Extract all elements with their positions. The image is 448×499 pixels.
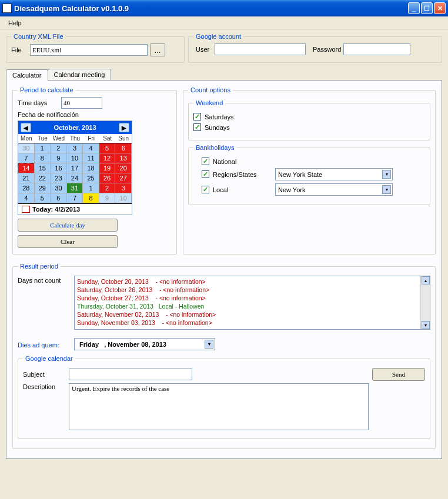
scrollbar[interactable]: ▴ ▾ (420, 276, 430, 329)
cal-day[interactable]: 7 (67, 193, 83, 203)
cal-day[interactable]: 4 (18, 193, 35, 203)
cal-day[interactable]: 10 (115, 193, 132, 203)
regions-label: Regions/States (213, 171, 272, 178)
app-icon (2, 4, 12, 13)
user-label: User (196, 46, 212, 53)
local-checkbox[interactable]: ✓ (202, 186, 209, 193)
subject-label: Subject (23, 371, 65, 378)
weekend-group: Weekend ✓ Saturdays ✓ Sundays (188, 99, 430, 140)
close-button[interactable]: ✕ (434, 2, 446, 14)
saturdays-checkbox[interactable]: ✓ (193, 113, 201, 120)
cal-day[interactable]: 11 (83, 153, 99, 163)
local-combo[interactable]: New York ▾ (275, 183, 393, 196)
cal-day[interactable]: 10 (67, 153, 83, 163)
fecha-label: Fecha de notificación (18, 111, 172, 118)
cal-day[interactable]: 7 (18, 153, 35, 163)
list-item[interactable]: Saturday, November 02, 2013 - <no inform… (77, 310, 427, 319)
cal-day[interactable]: 2 (51, 143, 67, 153)
cal-day[interactable]: 29 (35, 183, 51, 193)
menu-help[interactable]: Help (4, 18, 26, 28)
time-days-input[interactable] (61, 97, 102, 109)
sundays-checkbox[interactable]: ✓ (193, 123, 201, 131)
bank-legend: Bankholidays (193, 144, 236, 151)
scroll-up-icon[interactable]: ▴ (422, 276, 430, 284)
file-input[interactable] (30, 44, 148, 56)
cal-day[interactable]: 1 (35, 143, 51, 153)
cal-day[interactable]: 6 (115, 143, 132, 153)
dies-ad-quem-picker[interactable]: Friday , November 08, 2013 ▾ (74, 338, 215, 350)
result-legend: Result period (18, 263, 61, 270)
cal-day[interactable]: 18 (83, 163, 99, 173)
clear-button[interactable]: Clear (18, 235, 118, 248)
cal-day[interactable]: 20 (115, 163, 132, 173)
cal-day[interactable]: 23 (51, 173, 67, 183)
cal-prev-button[interactable]: ◀ (21, 123, 31, 132)
dies-date-value: Friday , November 08, 2013 (79, 341, 166, 348)
weekend-legend: Weekend (193, 99, 225, 106)
days-not-count-list[interactable]: Sunday, October 20, 2013 - <no informati… (74, 276, 430, 330)
chevron-down-icon: ▾ (382, 170, 391, 179)
window-titlebar: Diesadquem Calculator v0.1.0.9 _ ☐ ✕ (0, 0, 448, 16)
bankholidays-group: Bankholidays ✓ National ✓ Regions/States… (188, 144, 430, 205)
list-item[interactable]: Sunday, November 03, 2013 - <no informat… (77, 319, 427, 327)
cal-day[interactable]: 8 (83, 193, 99, 203)
cal-day[interactable]: 30 (18, 143, 35, 153)
cal-day[interactable]: 15 (35, 163, 51, 173)
cal-day[interactable]: 22 (35, 173, 51, 183)
cal-month-title: October, 2013 (54, 124, 96, 131)
cal-day[interactable]: 2 (99, 183, 116, 193)
cal-day[interactable]: 5 (99, 143, 116, 153)
regions-combo[interactable]: New York State ▾ (275, 168, 393, 180)
minimize-button[interactable]: _ (408, 2, 420, 14)
cal-day[interactable]: 3 (67, 143, 83, 153)
cal-day[interactable]: 8 (35, 153, 51, 163)
scroll-down-icon[interactable]: ▾ (422, 321, 430, 329)
cal-day[interactable]: 27 (115, 173, 132, 183)
cal-day[interactable]: 3 (115, 183, 132, 193)
cal-today-label[interactable]: Today: 4/2/2013 (32, 206, 80, 213)
window-title: Diesadquem Calculator v0.1.0.9 (14, 4, 408, 13)
cal-day[interactable]: 5 (35, 193, 51, 203)
country-xml-group: Country XML File File ... (6, 33, 185, 63)
cal-day[interactable]: 21 (18, 173, 35, 183)
google-legend: Google account (193, 33, 243, 40)
cal-day[interactable]: 17 (67, 163, 83, 173)
cal-day[interactable]: 12 (99, 153, 116, 163)
maximize-button[interactable]: ☐ (421, 2, 433, 14)
cal-day[interactable]: 28 (18, 183, 35, 193)
cal-day[interactable]: 26 (99, 173, 116, 183)
tab-calendar-meeting[interactable]: Calendar meeting (48, 69, 112, 80)
tab-calculator[interactable]: Calculator (6, 69, 48, 81)
file-label: File (11, 46, 28, 53)
days-not-count-label: Days not count (18, 276, 71, 284)
cal-day[interactable]: 14 (18, 163, 35, 173)
calculate-day-button[interactable]: Calculate day (18, 219, 118, 232)
regions-checkbox[interactable]: ✓ (202, 170, 209, 178)
description-textarea[interactable]: Urgent. Expire the records of the case (69, 383, 369, 430)
browse-button[interactable]: ... (150, 43, 165, 56)
cal-day[interactable]: 13 (115, 153, 132, 163)
password-input[interactable] (343, 43, 410, 55)
user-input[interactable] (215, 43, 306, 55)
cal-day[interactable]: 30 (51, 183, 67, 193)
list-item[interactable]: Sunday, October 27, 2013 - <no informati… (77, 294, 427, 302)
cal-day[interactable]: 25 (83, 173, 99, 183)
list-item[interactable]: Saturday, October 26, 2013 - <no informa… (77, 286, 427, 294)
national-checkbox[interactable]: ✓ (202, 158, 209, 165)
send-button[interactable]: Send (372, 368, 425, 381)
description-label: Description (23, 383, 65, 390)
cal-day[interactable]: 9 (99, 193, 116, 203)
cal-day[interactable]: 16 (51, 163, 67, 173)
cal-day[interactable]: 6 (51, 193, 67, 203)
cal-day[interactable]: 1 (83, 183, 99, 193)
list-item[interactable]: Sunday, October 20, 2013 - <no informati… (77, 277, 427, 286)
cal-day[interactable]: 9 (51, 153, 67, 163)
cal-day[interactable]: 31 (67, 183, 83, 193)
cal-day[interactable]: 4 (83, 143, 99, 153)
subject-input[interactable] (69, 369, 192, 380)
google-calendar-group: Google calendar Subject Send Description… (18, 355, 430, 439)
cal-next-button[interactable]: ▶ (119, 123, 129, 132)
cal-day[interactable]: 19 (99, 163, 116, 173)
list-item[interactable]: Thursday, October 31, 2013 Local - Hallo… (77, 302, 427, 310)
cal-day[interactable]: 24 (67, 173, 83, 183)
